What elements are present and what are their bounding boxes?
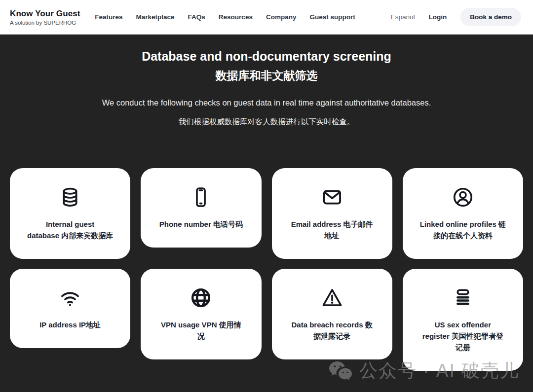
top-nav: Know Your Guest A solution by SUPERHOG F…: [0, 0, 533, 35]
book-demo-button[interactable]: Book a demo: [460, 8, 521, 26]
page-title-zh: 数据库和非文献筛选: [0, 67, 533, 84]
page-title-en: Database and non-documentary screening: [0, 47, 533, 66]
main-nav: Features Marketplace FAQs Resources Comp…: [95, 13, 355, 21]
wifi-icon: [59, 286, 81, 309]
card-label: VPN usage VPN 使用情 况: [161, 319, 241, 342]
card-ip-address[interactable]: IP address IP地址: [10, 269, 130, 348]
login-link[interactable]: Login: [428, 13, 447, 21]
screening-cards-grid: Internal guest database 内部来宾数据库 Phone nu…: [0, 168, 533, 371]
card-data-breach-records[interactable]: Data breach records 数 据泄露记录: [272, 269, 392, 359]
card-label: Linked online profiles 链 接的在线个人资料: [420, 218, 506, 241]
card-label: Internal guest database 内部来宾数据库: [27, 218, 113, 241]
card-phone-number[interactable]: Phone number 电话号码: [141, 168, 261, 248]
nav-item-faqs[interactable]: FAQs: [188, 13, 205, 21]
phone-icon: [190, 186, 212, 209]
card-label: IP address IP地址: [39, 319, 101, 330]
language-switcher[interactable]: Español: [391, 13, 415, 21]
card-us-sex-offender-register[interactable]: US sex offender register 美国性犯罪者登 记册: [403, 269, 523, 371]
profile-icon: [452, 186, 474, 209]
database-icon: [59, 186, 81, 209]
card-label: US sex offender register 美国性犯罪者登 记册: [422, 319, 503, 353]
nav-item-features[interactable]: Features: [95, 13, 122, 21]
page-title: Database and non-documentary screening 数…: [0, 47, 533, 84]
nav-item-guest-support[interactable]: Guest support: [309, 13, 355, 21]
nav-item-marketplace[interactable]: Marketplace: [136, 13, 175, 21]
header-actions: Español Login Book a demo: [391, 8, 521, 26]
card-internal-guest-database[interactable]: Internal guest database 内部来宾数据库: [10, 168, 130, 259]
card-email-address[interactable]: Email address 电子邮件 地址: [272, 168, 392, 259]
card-label: Data breach records 数 据泄露记录: [292, 319, 373, 342]
nav-item-company[interactable]: Company: [266, 13, 297, 21]
globe-icon: [190, 286, 212, 309]
logo[interactable]: Know Your Guest A solution by SUPERHOG: [10, 9, 80, 26]
logo-title: Know Your Guest: [10, 9, 80, 19]
card-linked-online-profiles[interactable]: Linked online profiles 链 接的在线个人资料: [403, 168, 523, 259]
card-label: Email address 电子邮件 地址: [291, 218, 373, 241]
card-vpn-usage[interactable]: VPN usage VPN 使用情 况: [141, 269, 261, 359]
email-icon: [321, 186, 343, 209]
register-icon: [452, 286, 474, 309]
hero-section: Database and non-documentary screening 数…: [0, 35, 533, 371]
page-subtitle-en: We conduct the following checks on guest…: [94, 97, 439, 109]
warning-icon: [321, 286, 343, 309]
logo-subtitle: A solution by SUPERHOG: [10, 20, 80, 26]
page-subtitle: We conduct the following checks on guest…: [94, 97, 439, 128]
page-subtitle-zh: 我们根据权威数据库对客人数据进行以下实时检查。: [94, 116, 439, 128]
card-label: Phone number 电话号码: [159, 218, 243, 230]
nav-item-resources[interactable]: Resources: [219, 13, 253, 21]
